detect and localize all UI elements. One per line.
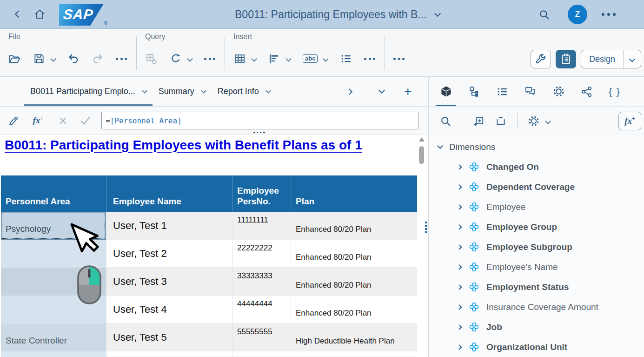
insert-list-icon[interactable] bbox=[340, 53, 352, 65]
structure-tab-icon[interactable] bbox=[467, 77, 481, 106]
create-variable-icon[interactable]: fx+ bbox=[30, 115, 46, 126]
refresh-icon[interactable] bbox=[170, 53, 182, 65]
save-icon[interactable] bbox=[33, 53, 45, 65]
reader-mode-button[interactable] bbox=[556, 50, 576, 68]
cell-employee-name[interactable] bbox=[106, 351, 232, 357]
avatar[interactable]: Z bbox=[568, 5, 587, 24]
expand-icon[interactable] bbox=[457, 244, 462, 249]
cell-employee-name[interactable]: User, Test 1 bbox=[106, 212, 232, 240]
refresh-chevron-down-icon[interactable] bbox=[187, 56, 193, 62]
expand-icon[interactable] bbox=[457, 324, 462, 330]
home-icon[interactable] bbox=[33, 8, 46, 20]
tab-summary[interactable]: Summary bbox=[153, 77, 212, 106]
cell-plan[interactable]: High Deductible Health Plan bbox=[291, 323, 417, 351]
undo-icon[interactable] bbox=[67, 53, 80, 65]
ribbon-overflow-icon[interactable] bbox=[393, 58, 405, 60]
file-ellipsis-icon[interactable] bbox=[116, 58, 127, 60]
search-icon[interactable] bbox=[538, 9, 550, 20]
cell-personnel-area[interactable] bbox=[1, 268, 106, 296]
expand-icon[interactable] bbox=[457, 284, 462, 290]
tree-item-employee-group[interactable]: Employee Group bbox=[429, 217, 644, 237]
panel-settings-icon[interactable] bbox=[528, 115, 540, 127]
formula-bar-resize-handle[interactable] bbox=[252, 132, 266, 134]
tree-item-job[interactable]: Job bbox=[429, 317, 644, 337]
tree-item-changed-on[interactable]: Changed On bbox=[429, 157, 644, 177]
tree-item-organizational-unit[interactable]: Organizational Unit bbox=[429, 337, 644, 357]
outline-tab-icon[interactable] bbox=[495, 77, 509, 106]
overflow-icon[interactable] bbox=[602, 13, 616, 16]
formula-input[interactable]: =[Personnel Area] bbox=[101, 112, 418, 129]
cell-persno[interactable]: 22222222 bbox=[232, 240, 291, 268]
cell-persno[interactable] bbox=[232, 351, 291, 357]
report-title-link[interactable]: B0011: Participating Employees with Bene… bbox=[5, 138, 418, 153]
insert-table-icon[interactable] bbox=[233, 53, 246, 65]
cell-plan[interactable]: Enhanced 80/20 Plan bbox=[291, 212, 417, 240]
document-title-menu[interactable]: B0011: Participating Employees with B... bbox=[235, 0, 440, 29]
tab-chevron-icon[interactable] bbox=[266, 88, 271, 93]
column-header-employee-persno[interactable]: Employee PersNo. bbox=[232, 175, 291, 212]
share-tab-icon[interactable] bbox=[580, 77, 594, 106]
insert-text-chevron-icon[interactable] bbox=[323, 56, 329, 62]
tree-item-employee-subgroup[interactable]: Employee Subgroup bbox=[429, 237, 644, 257]
cell-plan[interactable]: Enhanced 80/20 Plan bbox=[291, 240, 417, 268]
settings-tab-icon[interactable] bbox=[551, 77, 566, 106]
tree-item-insurance-coverage-amount[interactable]: Insurance Coverage Amount bbox=[429, 297, 644, 317]
add-report-button[interactable]: + bbox=[404, 77, 412, 106]
cell-employee-name[interactable]: User, Test 2 bbox=[106, 240, 232, 268]
cell-persno[interactable]: 55555555 bbox=[232, 323, 291, 351]
tab-scroll-right-icon[interactable] bbox=[347, 77, 352, 106]
back-icon[interactable] bbox=[14, 9, 20, 20]
scrollbar-up-arrow[interactable] bbox=[419, 137, 425, 141]
expand-icon[interactable] bbox=[457, 304, 462, 310]
add-object-icon[interactable] bbox=[472, 115, 485, 127]
create-variable-button[interactable]: fx+ bbox=[618, 112, 641, 130]
collapse-icon[interactable] bbox=[437, 143, 443, 149]
tab-list-chevron-icon[interactable] bbox=[379, 77, 384, 106]
checkout-icon[interactable] bbox=[495, 115, 507, 127]
insert-chart-chevron-icon[interactable] bbox=[285, 56, 292, 62]
cell-persno[interactable]: 11111111 bbox=[232, 212, 291, 240]
cell-personnel-area-selected[interactable]: Psychology bbox=[1, 212, 106, 240]
tab-chevron-icon[interactable] bbox=[201, 88, 206, 93]
expand-icon[interactable] bbox=[457, 344, 462, 350]
panel-settings-chevron-icon[interactable] bbox=[545, 118, 551, 124]
cell-employee-name[interactable]: User, Test 4 bbox=[106, 296, 232, 323]
cell-personnel-area[interactable] bbox=[1, 296, 106, 323]
cell-personnel-area[interactable]: State Controller bbox=[1, 323, 106, 351]
cell-persno[interactable]: 44444444 bbox=[232, 296, 291, 323]
tab-chevron-icon[interactable] bbox=[142, 88, 147, 93]
tree-item-employment-status[interactable]: Employment Status bbox=[429, 277, 644, 297]
insert-text-icon[interactable]: abc bbox=[303, 54, 318, 63]
tree-item-dependent-coverage[interactable]: Dependent Coverage bbox=[429, 177, 644, 197]
pane-splitter-handle[interactable] bbox=[425, 220, 427, 235]
design-split-button[interactable]: Design bbox=[581, 50, 641, 68]
cell-personnel-area[interactable] bbox=[1, 351, 106, 357]
cell-plan[interactable] bbox=[291, 351, 417, 357]
tab-report-b0011[interactable]: B0011 Participating Emplo... bbox=[24, 77, 153, 106]
script-tab-icon[interactable]: { } bbox=[608, 77, 622, 106]
tab-report-info[interactable]: Report Info bbox=[212, 77, 276, 106]
panel-search-icon[interactable] bbox=[440, 115, 451, 127]
insert-ellipsis-icon[interactable] bbox=[364, 58, 375, 60]
design-button-label[interactable]: Design bbox=[581, 50, 623, 68]
tree-group-dimensions[interactable]: Dimensions bbox=[429, 137, 644, 157]
tree-item-employees-name[interactable]: Employee's Name bbox=[429, 257, 644, 277]
expand-icon[interactable] bbox=[457, 184, 462, 189]
cell-personnel-area[interactable] bbox=[1, 240, 106, 268]
vertical-scrollbar-thumb[interactable] bbox=[419, 146, 424, 164]
cell-employee-name[interactable]: User, Test 3 bbox=[106, 268, 232, 296]
insert-chart-icon[interactable] bbox=[268, 53, 280, 65]
insert-table-chevron-icon[interactable] bbox=[251, 56, 257, 62]
open-icon[interactable] bbox=[8, 53, 21, 65]
column-header-plan[interactable]: Plan bbox=[291, 175, 417, 212]
save-chevron-down-icon[interactable] bbox=[50, 56, 56, 62]
cell-employee-name[interactable]: User, Test 5 bbox=[106, 323, 232, 351]
column-header-personnel-area[interactable]: Personnel Area bbox=[1, 175, 106, 212]
expand-icon[interactable] bbox=[457, 204, 462, 209]
objects-tab-icon[interactable] bbox=[439, 77, 453, 106]
tree-item-employee[interactable]: Employee bbox=[429, 197, 644, 217]
cell-plan[interactable]: Enhanced 80/20 Plan bbox=[291, 268, 417, 296]
cell-plan[interactable]: Enhanced 80/20 Plan bbox=[291, 296, 417, 323]
column-header-employee-name[interactable]: Employee Name bbox=[106, 175, 232, 212]
tools-button[interactable] bbox=[531, 50, 551, 68]
